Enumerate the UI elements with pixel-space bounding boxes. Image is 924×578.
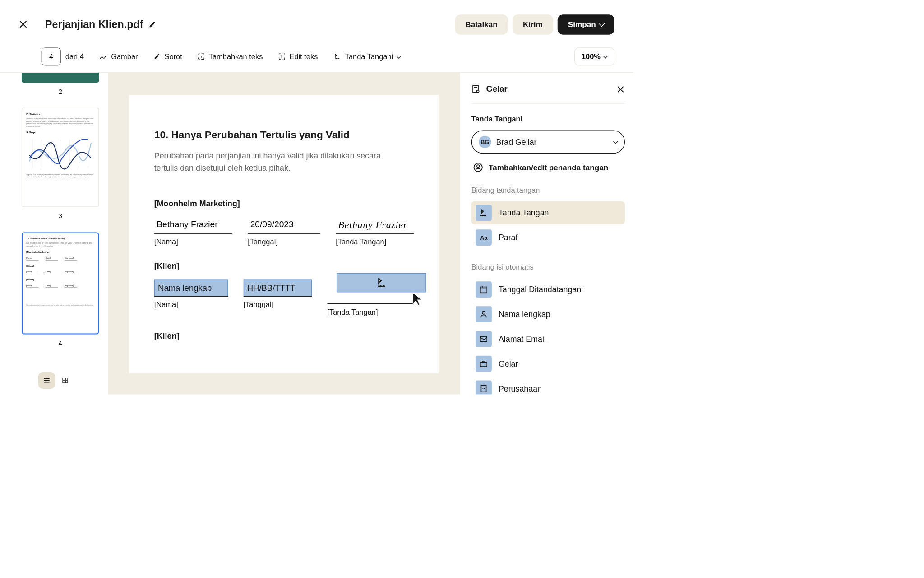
person-circle-icon xyxy=(473,163,483,172)
svg-rect-31 xyxy=(484,388,485,389)
field-title[interactable]: Gelar xyxy=(471,352,625,375)
signers-panel: Gelar Tanda Tangani BG Brad Gellar Tamba… xyxy=(460,73,633,394)
header-actions: Batalkan Kirim Simpan xyxy=(455,14,614,35)
company-label: [Moonhelm Marketing] xyxy=(154,199,414,208)
page-indicator: 4 dari 4 xyxy=(42,47,84,65)
send-button[interactable]: Kirim xyxy=(513,14,553,35)
signature-row-2: Nama lengkap [Nama] HH/BB/TTTT [Tanggal]… xyxy=(154,280,414,317)
field-company[interactable]: Perusahaan xyxy=(471,377,625,394)
chevron-down-icon xyxy=(396,53,402,59)
signature-label: [Tanda Tangan] xyxy=(336,238,414,246)
edit-text-icon xyxy=(278,53,286,60)
main-area: 2 B. Statistics Statistics is the study … xyxy=(0,73,633,394)
edit-filename-icon[interactable] xyxy=(149,21,156,28)
briefcase-icon xyxy=(476,356,492,372)
sign-tool[interactable]: Tanda Tangani xyxy=(333,52,401,61)
panel-title: Gelar xyxy=(486,84,611,94)
highlight-tool[interactable]: Sorot xyxy=(153,52,182,61)
name-field-placeholder[interactable]: Nama lengkap xyxy=(154,280,228,297)
toolbar: 4 dari 4 Gambar Sorot T Tambahkan teks E… xyxy=(0,43,633,73)
add-text-icon: T xyxy=(198,53,205,60)
page-current-input[interactable]: 4 xyxy=(42,47,61,65)
thumb-number: 4 xyxy=(18,339,102,347)
svg-rect-3 xyxy=(281,55,281,58)
chevron-down-icon xyxy=(599,21,605,27)
thumbnail-page-2[interactable] xyxy=(22,73,99,83)
svg-text:Aa: Aa xyxy=(480,234,488,241)
svg-rect-20 xyxy=(480,287,487,293)
grid-view-button[interactable] xyxy=(57,372,74,389)
save-label: Simpan xyxy=(568,20,596,29)
close-icon[interactable] xyxy=(18,20,28,29)
svg-rect-30 xyxy=(483,388,484,389)
date-field-placeholder[interactable]: HH/BB/TTTT xyxy=(243,280,312,297)
thumb-chart xyxy=(26,137,94,171)
svg-rect-29 xyxy=(484,387,485,387)
page-total-label: dari 4 xyxy=(65,52,84,61)
close-panel-icon[interactable] xyxy=(616,85,625,93)
cancel-button[interactable]: Batalkan xyxy=(455,14,508,35)
field-initial[interactable]: Aa Paraf xyxy=(471,226,625,249)
sign-section-label: Tanda Tangani xyxy=(471,115,625,123)
text-aa-icon: Aa xyxy=(476,229,492,246)
field-date-signed[interactable]: Tanggal Ditandatangani xyxy=(471,278,625,301)
thumb-number: 3 xyxy=(18,212,102,220)
envelope-icon xyxy=(476,331,492,347)
signature-filled[interactable]: Bethany Frazier xyxy=(336,217,414,234)
field-email[interactable]: Alamat Email xyxy=(471,327,625,350)
svg-rect-2 xyxy=(279,54,285,59)
signature-icon xyxy=(333,52,342,61)
name-filled[interactable]: Bethany Frazier xyxy=(154,217,232,234)
edit-text-tool[interactable]: Edit teks xyxy=(278,52,318,61)
date-filled[interactable]: 20/09/2023 xyxy=(248,217,320,234)
field-label: Tanda Tangan xyxy=(499,208,549,218)
save-button[interactable]: Simpan xyxy=(558,14,614,35)
document-canvas[interactable]: 10. Hanya Perubahan Tertulis yang Valid … xyxy=(108,73,460,394)
cursor-icon xyxy=(411,292,424,305)
draw-tool[interactable]: Gambar xyxy=(99,52,138,61)
field-label: Paraf xyxy=(499,233,518,242)
view-toggle xyxy=(38,372,74,389)
date-label: [Tanggal] xyxy=(243,300,312,309)
auto-fields-section-label: Bidang isi otomatis xyxy=(471,263,625,271)
highlighter-icon xyxy=(153,53,161,60)
section-heading: 10. Hanya Perubahan Tertulis yang Valid xyxy=(154,129,414,141)
section-body: Perubahan pada perjanjian ini hanya vali… xyxy=(154,150,402,174)
document-page: 10. Hanya Perubahan Tertulis yang Valid … xyxy=(129,95,439,373)
field-signature[interactable]: Tanda Tangan xyxy=(471,201,625,224)
signature-field-drop[interactable] xyxy=(337,273,426,292)
name-label: [Nama] xyxy=(154,238,232,246)
thumbnail-page-3[interactable]: B. Statistics Statistics is the study an… xyxy=(22,108,99,207)
signature-icon xyxy=(476,205,492,221)
highlight-label: Sorot xyxy=(164,52,182,61)
grid-icon xyxy=(61,377,69,384)
draw-label: Gambar xyxy=(111,52,138,61)
svg-text:T: T xyxy=(200,55,203,59)
app-header: Perjanjian Klien.pdf Batalkan Kirim Simp… xyxy=(0,0,633,43)
sign-label: Tanda Tangani xyxy=(345,52,393,61)
svg-rect-12 xyxy=(65,378,68,380)
panel-header: Gelar xyxy=(471,84,625,103)
field-label: Nama lengkap xyxy=(499,309,550,319)
edit-text-label: Edit teks xyxy=(289,52,318,61)
signature-icon xyxy=(375,276,388,289)
svg-rect-11 xyxy=(63,378,65,380)
thumbnail-page-4[interactable]: 10. No Modifications Unless in Writing N… xyxy=(22,232,99,334)
zoom-label: 100% xyxy=(582,52,601,61)
svg-rect-13 xyxy=(63,381,65,383)
field-full-name[interactable]: Nama lengkap xyxy=(471,303,625,326)
zoom-dropdown[interactable]: 100% xyxy=(574,47,614,65)
avatar: BG xyxy=(479,136,491,148)
list-view-button[interactable] xyxy=(38,372,55,389)
svg-rect-26 xyxy=(480,362,487,367)
field-label: Alamat Email xyxy=(499,334,546,344)
name-label: [Nama] xyxy=(154,300,228,309)
add-edit-signers-button[interactable]: Tambahkan/edit penanda tangan xyxy=(471,163,625,172)
add-text-tool[interactable]: T Tambahkan teks xyxy=(198,52,263,61)
signature-row-1: Bethany Frazier [Nama] 20/09/2023 [Tangg… xyxy=(154,217,414,246)
date-label: [Tanggal] xyxy=(248,238,320,246)
field-label: Tanggal Ditandatangani xyxy=(499,285,583,294)
signer-dropdown[interactable]: BG Brad Gellar xyxy=(471,130,625,154)
chevron-down-icon xyxy=(613,139,619,144)
svg-point-24 xyxy=(482,312,485,314)
